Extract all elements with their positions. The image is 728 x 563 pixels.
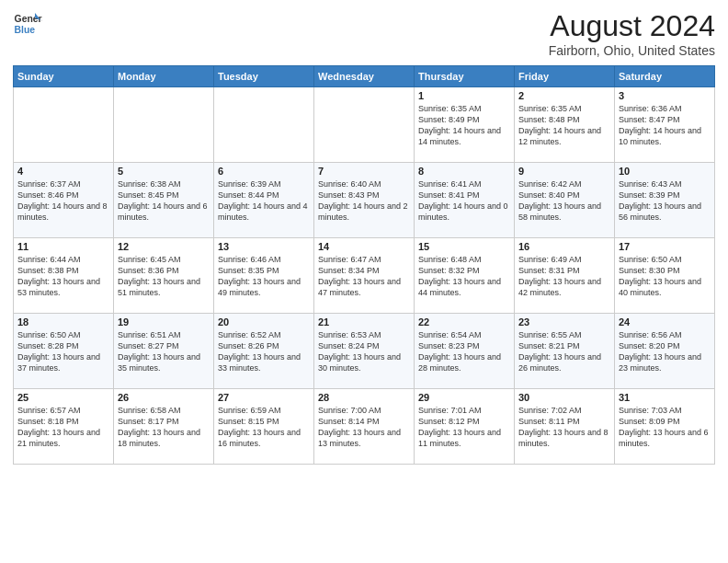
calendar-cell: 8Sunrise: 6:41 AM Sunset: 8:41 PM Daylig…	[415, 163, 515, 238]
calendar-cell: 2Sunrise: 6:35 AM Sunset: 8:48 PM Daylig…	[515, 87, 615, 163]
day-info: Sunrise: 6:52 AM Sunset: 8:26 PM Dayligh…	[218, 329, 310, 374]
calendar-cell: 28Sunrise: 7:00 AM Sunset: 8:14 PM Dayli…	[314, 389, 415, 465]
calendar-week-3: 11Sunrise: 6:44 AM Sunset: 8:38 PM Dayli…	[14, 238, 715, 314]
calendar-cell: 15Sunrise: 6:48 AM Sunset: 8:32 PM Dayli…	[415, 238, 515, 314]
calendar-header-monday: Monday	[114, 66, 214, 87]
calendar-cell: 19Sunrise: 6:51 AM Sunset: 8:27 PM Dayli…	[114, 314, 214, 389]
calendar-cell: 22Sunrise: 6:54 AM Sunset: 8:23 PM Dayli…	[415, 314, 515, 389]
calendar-week-1: 1Sunrise: 6:35 AM Sunset: 8:49 PM Daylig…	[14, 87, 715, 163]
calendar-cell	[314, 87, 415, 163]
calendar-header-friday: Friday	[515, 66, 615, 87]
day-info: Sunrise: 6:55 AM Sunset: 8:21 PM Dayligh…	[518, 329, 610, 374]
calendar-cell: 31Sunrise: 7:03 AM Sunset: 8:09 PM Dayli…	[615, 389, 715, 465]
day-info: Sunrise: 6:38 AM Sunset: 8:45 PM Dayligh…	[118, 178, 210, 224]
logo-icon: General Blue	[13, 9, 42, 39]
day-info: Sunrise: 6:43 AM Sunset: 8:39 PM Dayligh…	[619, 178, 711, 224]
day-info: Sunrise: 6:45 AM Sunset: 8:36 PM Dayligh…	[118, 254, 210, 299]
day-info: Sunrise: 6:53 AM Sunset: 8:24 PM Dayligh…	[318, 329, 410, 374]
day-number: 4	[17, 166, 109, 177]
calendar-table: SundayMondayTuesdayWednesdayThursdayFrid…	[13, 65, 715, 465]
calendar-cell: 6Sunrise: 6:39 AM Sunset: 8:44 PM Daylig…	[214, 163, 314, 238]
calendar-cell	[14, 87, 114, 163]
calendar-cell: 29Sunrise: 7:01 AM Sunset: 8:12 PM Dayli…	[415, 389, 515, 465]
day-number: 20	[218, 316, 310, 327]
day-info: Sunrise: 6:54 AM Sunset: 8:23 PM Dayligh…	[418, 329, 510, 374]
calendar-cell: 3Sunrise: 6:36 AM Sunset: 8:47 PM Daylig…	[615, 87, 715, 163]
day-info: Sunrise: 7:03 AM Sunset: 8:09 PM Dayligh…	[619, 405, 711, 450]
calendar-cell: 7Sunrise: 6:40 AM Sunset: 8:43 PM Daylig…	[314, 163, 415, 238]
day-number: 11	[17, 241, 109, 252]
day-number: 28	[318, 392, 410, 403]
day-info: Sunrise: 6:44 AM Sunset: 8:38 PM Dayligh…	[17, 254, 109, 299]
day-number: 14	[318, 241, 410, 252]
day-info: Sunrise: 6:57 AM Sunset: 8:18 PM Dayligh…	[17, 405, 109, 450]
day-number: 25	[17, 392, 109, 403]
day-info: Sunrise: 7:01 AM Sunset: 8:12 PM Dayligh…	[418, 405, 510, 450]
calendar-cell: 17Sunrise: 6:50 AM Sunset: 8:30 PM Dayli…	[615, 238, 715, 314]
calendar-header-wednesday: Wednesday	[314, 66, 415, 87]
calendar-cell: 16Sunrise: 6:49 AM Sunset: 8:31 PM Dayli…	[515, 238, 615, 314]
location: Fairborn, Ohio, United States	[549, 43, 715, 58]
calendar-cell: 27Sunrise: 6:59 AM Sunset: 8:15 PM Dayli…	[214, 389, 314, 465]
day-number: 18	[17, 316, 109, 327]
calendar-cell	[214, 87, 314, 163]
day-number: 2	[518, 90, 610, 101]
calendar-cell: 14Sunrise: 6:47 AM Sunset: 8:34 PM Dayli…	[314, 238, 415, 314]
day-info: Sunrise: 6:36 AM Sunset: 8:47 PM Dayligh…	[619, 103, 711, 148]
day-number: 7	[318, 166, 410, 177]
day-number: 24	[619, 316, 711, 327]
calendar-cell	[114, 87, 214, 163]
day-number: 1	[418, 90, 510, 101]
day-info: Sunrise: 6:42 AM Sunset: 8:40 PM Dayligh…	[518, 178, 610, 224]
day-number: 8	[418, 166, 510, 177]
calendar-header-row: SundayMondayTuesdayWednesdayThursdayFrid…	[14, 66, 715, 87]
calendar-cell: 9Sunrise: 6:42 AM Sunset: 8:40 PM Daylig…	[515, 163, 615, 238]
calendar-week-4: 18Sunrise: 6:50 AM Sunset: 8:28 PM Dayli…	[14, 314, 715, 389]
day-number: 13	[218, 241, 310, 252]
calendar-cell: 24Sunrise: 6:56 AM Sunset: 8:20 PM Dayli…	[615, 314, 715, 389]
calendar-cell: 1Sunrise: 6:35 AM Sunset: 8:49 PM Daylig…	[415, 87, 515, 163]
day-number: 17	[619, 241, 711, 252]
day-number: 12	[118, 241, 210, 252]
calendar-header-sunday: Sunday	[14, 66, 114, 87]
day-info: Sunrise: 6:39 AM Sunset: 8:44 PM Dayligh…	[218, 178, 310, 224]
page-container: General Blue August 2024 Fairborn, Ohio,…	[0, 0, 728, 563]
day-number: 10	[619, 166, 711, 177]
calendar-cell: 25Sunrise: 6:57 AM Sunset: 8:18 PM Dayli…	[14, 389, 114, 465]
day-info: Sunrise: 6:41 AM Sunset: 8:41 PM Dayligh…	[418, 178, 510, 224]
calendar-cell: 18Sunrise: 6:50 AM Sunset: 8:28 PM Dayli…	[14, 314, 114, 389]
day-number: 23	[518, 316, 610, 327]
day-number: 29	[418, 392, 510, 403]
day-info: Sunrise: 6:37 AM Sunset: 8:46 PM Dayligh…	[17, 178, 109, 224]
day-number: 19	[118, 316, 210, 327]
calendar-cell: 5Sunrise: 6:38 AM Sunset: 8:45 PM Daylig…	[114, 163, 214, 238]
day-number: 5	[118, 166, 210, 177]
day-info: Sunrise: 6:50 AM Sunset: 8:28 PM Dayligh…	[17, 329, 109, 374]
calendar-cell: 20Sunrise: 6:52 AM Sunset: 8:26 PM Dayli…	[214, 314, 314, 389]
month-title: August 2024	[549, 9, 715, 43]
svg-text:General: General	[15, 14, 42, 24]
calendar-week-5: 25Sunrise: 6:57 AM Sunset: 8:18 PM Dayli…	[14, 389, 715, 465]
day-info: Sunrise: 7:00 AM Sunset: 8:14 PM Dayligh…	[318, 405, 410, 450]
calendar-cell: 11Sunrise: 6:44 AM Sunset: 8:38 PM Dayli…	[14, 238, 114, 314]
day-info: Sunrise: 7:02 AM Sunset: 8:11 PM Dayligh…	[518, 405, 610, 450]
day-number: 16	[518, 241, 610, 252]
day-number: 27	[218, 392, 310, 403]
logo: General Blue	[13, 9, 42, 39]
calendar-cell: 26Sunrise: 6:58 AM Sunset: 8:17 PM Dayli…	[114, 389, 214, 465]
calendar-header-tuesday: Tuesday	[214, 66, 314, 87]
day-info: Sunrise: 6:35 AM Sunset: 8:49 PM Dayligh…	[418, 103, 510, 148]
day-info: Sunrise: 6:35 AM Sunset: 8:48 PM Dayligh…	[518, 103, 610, 148]
day-info: Sunrise: 6:59 AM Sunset: 8:15 PM Dayligh…	[218, 405, 310, 450]
calendar-header-thursday: Thursday	[415, 66, 515, 87]
day-number: 31	[619, 392, 711, 403]
title-block: August 2024 Fairborn, Ohio, United State…	[549, 9, 715, 58]
calendar-week-2: 4Sunrise: 6:37 AM Sunset: 8:46 PM Daylig…	[14, 163, 715, 238]
day-number: 21	[318, 316, 410, 327]
day-number: 3	[619, 90, 711, 101]
calendar-cell: 30Sunrise: 7:02 AM Sunset: 8:11 PM Dayli…	[515, 389, 615, 465]
day-number: 22	[418, 316, 510, 327]
calendar-cell: 10Sunrise: 6:43 AM Sunset: 8:39 PM Dayli…	[615, 163, 715, 238]
day-info: Sunrise: 6:48 AM Sunset: 8:32 PM Dayligh…	[418, 254, 510, 299]
day-info: Sunrise: 6:47 AM Sunset: 8:34 PM Dayligh…	[318, 254, 410, 299]
